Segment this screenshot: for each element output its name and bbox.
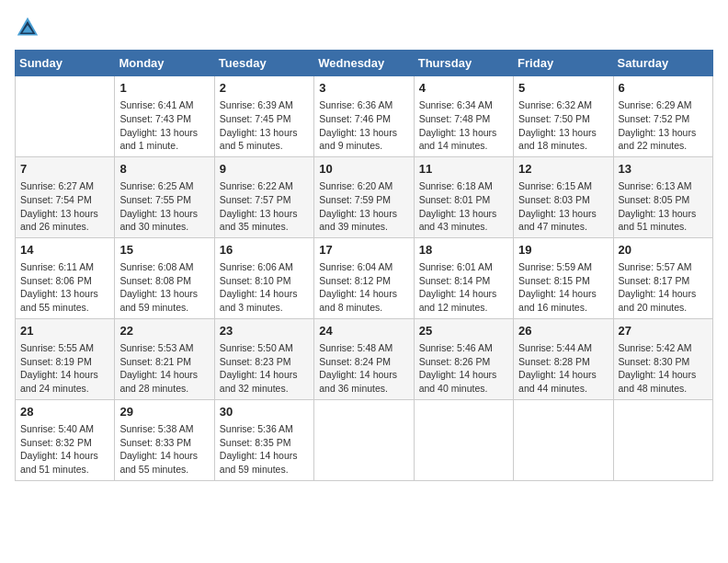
cell-text: Daylight: 14 hours [119,449,209,463]
cell-text: Sunrise: 5:46 AM [419,341,508,355]
day-number: 2 [220,80,309,97]
cell-text: Sunset: 7:45 PM [220,112,309,126]
column-header-tuesday: Tuesday [214,51,313,76]
cell-text: Daylight: 14 hours [518,368,608,382]
cell-text: Sunrise: 6:41 AM [119,98,209,112]
calendar-cell: 1Sunrise: 6:41 AMSunset: 7:43 PMDaylight… [115,76,214,157]
cell-text: Sunset: 8:03 PM [518,193,608,207]
cell-text: Sunset: 8:28 PM [518,355,608,369]
cell-text: Sunset: 7:57 PM [220,193,309,207]
cell-text: and 16 minutes. [518,301,608,315]
calendar-cell: 20Sunrise: 5:57 AMSunset: 8:17 PMDayligh… [613,237,712,318]
cell-text: and 55 minutes. [20,301,109,315]
cell-text: Daylight: 14 hours [20,449,109,463]
day-number: 13 [619,161,708,178]
cell-text: Sunrise: 6:22 AM [220,179,309,193]
day-number: 7 [20,161,109,178]
calendar-cell: 22Sunrise: 5:53 AMSunset: 8:21 PMDayligh… [115,318,214,399]
day-number: 9 [220,161,309,178]
cell-text: Daylight: 14 hours [20,368,109,382]
calendar-cell: 8Sunrise: 6:25 AMSunset: 7:55 PMDaylight… [115,156,214,237]
cell-text: Daylight: 13 hours [20,287,109,301]
calendar-cell: 30Sunrise: 5:36 AMSunset: 8:35 PMDayligh… [214,399,313,480]
day-number: 16 [220,242,309,259]
cell-text: Sunrise: 6:18 AM [419,179,508,193]
cell-text: Daylight: 13 hours [319,207,408,221]
calendar-cell: 26Sunrise: 5:44 AMSunset: 8:28 PMDayligh… [514,318,613,399]
day-number: 10 [319,161,408,178]
cell-text: Daylight: 13 hours [619,207,708,221]
cell-text: and 36 minutes. [319,382,408,396]
cell-text: Sunset: 8:17 PM [619,274,708,288]
column-header-sunday: Sunday [16,51,115,76]
logo [15,15,44,40]
cell-text: Sunrise: 5:42 AM [619,341,708,355]
cell-text: Sunset: 8:26 PM [419,355,508,369]
cell-text: Sunrise: 5:57 AM [619,260,708,274]
cell-text: Sunset: 8:10 PM [220,274,309,288]
day-number: 11 [419,161,508,178]
cell-text: Sunset: 8:19 PM [20,355,109,369]
calendar-cell: 21Sunrise: 5:55 AMSunset: 8:19 PMDayligh… [16,318,115,399]
day-number: 3 [319,80,408,97]
calendar-cell: 28Sunrise: 5:40 AMSunset: 8:32 PMDayligh… [16,399,115,480]
cell-text: Daylight: 13 hours [518,207,608,221]
calendar-table: SundayMondayTuesdayWednesdayThursdayFrid… [15,50,713,481]
day-number: 14 [20,242,109,259]
cell-text: and 8 minutes. [319,301,408,315]
day-number: 25 [419,323,508,339]
cell-text: Sunset: 7:50 PM [518,112,608,126]
cell-text: Sunset: 8:14 PM [419,274,508,288]
cell-text: Daylight: 14 hours [319,287,408,301]
cell-text: Sunset: 8:01 PM [419,193,508,207]
cell-text: Daylight: 13 hours [419,126,508,140]
cell-text: Sunset: 8:06 PM [20,274,109,288]
cell-text: Sunset: 8:21 PM [119,355,209,369]
calendar-cell: 19Sunrise: 5:59 AMSunset: 8:15 PMDayligh… [514,237,613,318]
calendar-cell: 18Sunrise: 6:01 AMSunset: 8:14 PMDayligh… [414,237,513,318]
cell-text: and 30 minutes. [119,220,209,234]
cell-text: Sunrise: 6:25 AM [119,179,209,193]
cell-text: Sunrise: 5:44 AM [518,341,608,355]
day-number: 28 [20,404,109,420]
cell-text: Sunrise: 6:20 AM [319,179,408,193]
cell-text: Sunset: 7:55 PM [119,193,209,207]
day-number: 20 [619,242,708,259]
day-number: 27 [619,323,708,339]
calendar-cell: 29Sunrise: 5:38 AMSunset: 8:33 PMDayligh… [115,399,214,480]
cell-text: and 51 minutes. [20,463,109,477]
cell-text: and 9 minutes. [319,139,408,153]
day-number: 19 [518,242,608,259]
cell-text: and 3 minutes. [220,301,309,315]
cell-text: Sunrise: 6:39 AM [220,98,309,112]
calendar-cell: 14Sunrise: 6:11 AMSunset: 8:06 PMDayligh… [16,237,115,318]
cell-text: and 35 minutes. [220,220,309,234]
cell-text: Sunset: 8:15 PM [518,274,608,288]
cell-text: Daylight: 14 hours [220,287,309,301]
calendar-cell: 27Sunrise: 5:42 AMSunset: 8:30 PMDayligh… [613,318,712,399]
cell-text: Sunrise: 6:06 AM [220,260,309,274]
cell-text: Sunset: 8:12 PM [319,274,408,288]
cell-text: Sunset: 8:23 PM [220,355,309,369]
cell-text: Sunset: 7:46 PM [319,112,408,126]
calendar-cell: 5Sunrise: 6:32 AMSunset: 7:50 PMDaylight… [514,76,613,157]
day-number: 29 [119,404,209,420]
week-row-4: 21Sunrise: 5:55 AMSunset: 8:19 PMDayligh… [16,318,713,399]
cell-text: Sunrise: 5:40 AM [20,422,109,436]
day-number: 18 [419,242,508,259]
column-header-thursday: Thursday [414,51,513,76]
cell-text: Daylight: 13 hours [220,126,309,140]
cell-text: Sunrise: 6:34 AM [419,98,508,112]
cell-text: and 1 minute. [119,139,209,153]
cell-text: and 55 minutes. [119,463,209,477]
cell-text: Sunrise: 5:50 AM [220,341,309,355]
calendar-cell: 25Sunrise: 5:46 AMSunset: 8:26 PMDayligh… [414,318,513,399]
cell-text: and 47 minutes. [518,220,608,234]
calendar-cell: 2Sunrise: 6:39 AMSunset: 7:45 PMDaylight… [214,76,313,157]
cell-text: Sunrise: 5:59 AM [518,260,608,274]
calendar-cell: 3Sunrise: 6:36 AMSunset: 7:46 PMDaylight… [314,76,414,157]
day-number: 24 [319,323,408,339]
cell-text: Daylight: 13 hours [220,207,309,221]
cell-text: Sunrise: 6:11 AM [20,260,109,274]
cell-text: Sunset: 7:43 PM [119,112,209,126]
